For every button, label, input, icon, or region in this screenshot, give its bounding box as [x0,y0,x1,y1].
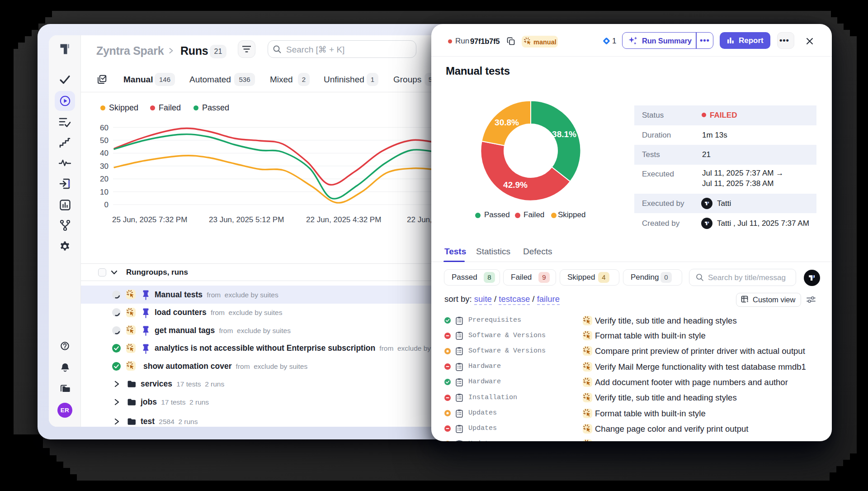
svg-text:0: 0 [104,200,108,209]
svg-text:50: 50 [100,136,108,145]
svg-text:60: 60 [100,124,108,132]
svg-text:30: 30 [100,162,108,171]
svg-text:42.9%: 42.9% [503,180,528,190]
svg-text:10: 10 [100,188,108,196]
svg-text:30.8%: 30.8% [495,118,519,127]
svg-text:38.1%: 38.1% [552,129,576,139]
svg-text:20: 20 [100,175,108,183]
svg-text:40: 40 [100,149,108,157]
